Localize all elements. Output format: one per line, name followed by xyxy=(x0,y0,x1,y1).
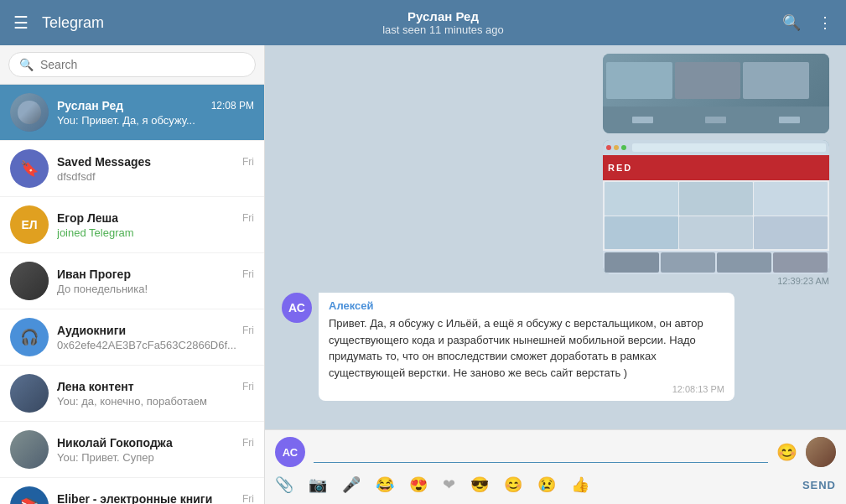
input-area: АС 😊 📎 📷 🎤 😂 😍 ❤ 😎 😊 😢 👍 xyxy=(265,429,846,504)
chat-name: Иван Прогер xyxy=(57,268,131,281)
app-title: Telegram xyxy=(42,14,104,32)
send-button[interactable]: SEND xyxy=(802,479,836,491)
chat-time: Fri xyxy=(242,156,254,168)
avatar xyxy=(10,93,49,132)
header-chat-info: Руслан Ред last seen 11 minutes ago xyxy=(104,9,782,36)
sender-name: Алексей xyxy=(329,299,724,312)
avatar: ЕЛ xyxy=(10,205,49,244)
message-input[interactable] xyxy=(314,445,768,459)
chat-preview: 0x62efe42AE3B7cFa563C2866D6f... xyxy=(57,339,254,351)
incoming-avatar: АС xyxy=(282,293,312,323)
chat-time: Fri xyxy=(242,212,254,224)
chat-item-nikolay[interactable]: Николай Гокоподжа Fri You: Привет. Супер xyxy=(0,422,264,478)
msg-bubble: Алексей Привет. Да, я обсужу с Ильёй, а … xyxy=(319,293,734,401)
chat-time: Fri xyxy=(242,268,254,280)
chat-time: Fri xyxy=(242,493,254,505)
input-row: АС 😊 xyxy=(275,437,836,467)
chat-info: Eliber - электронные книги Fri -1931-Воз… xyxy=(57,492,254,505)
emoji-cool-icon[interactable]: 😎 xyxy=(470,475,489,494)
camera-icon[interactable]: 📷 xyxy=(309,475,327,494)
msg-text: Привет. Да, я обсужу с Ильёй, а ещё я об… xyxy=(329,315,724,381)
messages: RED xyxy=(265,45,846,429)
chat-item-egor[interactable]: ЕЛ Егор Леша Fri joined Telegram xyxy=(0,197,264,253)
menu-icon[interactable]: ☰ xyxy=(13,13,29,33)
search-icon[interactable]: 🔍 xyxy=(782,13,801,32)
chat-info: Лена контент Fri You: да, конечно, пораб… xyxy=(57,380,254,408)
emoji-laugh-icon[interactable]: 😂 xyxy=(376,475,394,494)
chat-preview: You: да, конечно, поработаем xyxy=(57,395,254,408)
attachment-icon[interactable]: 📎 xyxy=(275,475,293,494)
avatar xyxy=(10,374,49,413)
chat-name: Eliber - электронные книги xyxy=(57,492,212,505)
main-layout: 🔍 Руслан Ред 12:08 PM You: Привет. Да, xyxy=(0,45,846,504)
search-input[interactable] xyxy=(40,58,245,71)
chat-info: Аудиокниги Fri 0x62efe42AE3B7cFa563C2866… xyxy=(57,324,254,351)
msg-time: 12:39:23 AM xyxy=(777,276,829,286)
chat-preview: До понедельника! xyxy=(57,283,254,295)
chat-item-audio[interactable]: 🎧 Аудиокниги Fri 0x62efe42AE3B7cFa563C28… xyxy=(0,309,264,366)
emoji-heart-icon[interactable]: ❤ xyxy=(443,475,455,494)
header: ☰ Telegram Руслан Ред last seen 11 minut… xyxy=(0,0,846,45)
chat-item-eliber[interactable]: 📚 Eliber - электронные книги Fri -1931-В… xyxy=(0,478,264,504)
header-actions: 🔍 ⋮ xyxy=(782,13,833,32)
search-bar: 🔍 xyxy=(0,45,264,85)
chat-preview: joined Telegram xyxy=(57,226,254,239)
chat-name: Руслан Ред xyxy=(57,99,123,112)
chat-info: Егор Леша Fri joined Telegram xyxy=(57,211,254,239)
chat-info: Николай Гокоподжа Fri You: Привет. Супер xyxy=(57,436,254,464)
user-avatar-right xyxy=(806,437,836,467)
chat-time: Fri xyxy=(242,381,254,392)
chat-time: Fri xyxy=(242,325,254,336)
header-chat-name: Руслан Ред xyxy=(104,9,782,23)
msg-image-2: RED xyxy=(603,140,829,286)
msg-time: 12:08:13 PM xyxy=(329,384,724,394)
emoji-thumbs-icon[interactable]: 👍 xyxy=(571,475,589,494)
chat-info: Руслан Ред 12:08 PM You: Привет. Да, я о… xyxy=(57,99,254,127)
chat-info: Иван Прогер Fri До понедельника! xyxy=(57,268,254,295)
text-input-wrap xyxy=(314,442,768,463)
chat-name: Николай Гокоподжа xyxy=(57,436,173,449)
emoji-smile-icon[interactable]: 😊 xyxy=(504,475,522,494)
avatar: 🎧 xyxy=(10,318,49,356)
chat-item-ruslan[interactable]: Руслан Ред 12:08 PM You: Привет. Да, я о… xyxy=(0,85,264,141)
chat-time: 12:08 PM xyxy=(211,100,254,112)
chat-info: Saved Messages Fri dfsdfsdf xyxy=(57,155,254,183)
input-avatar: АС xyxy=(275,437,305,467)
emoji-kiss-icon[interactable]: 😍 xyxy=(409,475,428,494)
avatar: 📚 xyxy=(10,486,49,504)
chat-preview: dfsdfsdf xyxy=(57,170,254,183)
chat-name: Лена контент xyxy=(57,380,134,393)
chat-name: Егор Леша xyxy=(57,211,118,225)
chat-name: Аудиокниги xyxy=(57,324,126,337)
chat-preview: You: Привет. Супер xyxy=(57,451,254,464)
toolbar-row: 📎 📷 🎤 😂 😍 ❤ 😎 😊 😢 👍 SEND xyxy=(275,472,836,497)
sidebar: 🔍 Руслан Ред 12:08 PM You: Привет. Да, xyxy=(0,45,265,504)
header-chat-status: last seen 11 minutes ago xyxy=(104,23,782,36)
chat-item-saved[interactable]: 🔖 Saved Messages Fri dfsdfsdf xyxy=(0,141,264,197)
avatar: 🔖 xyxy=(10,149,49,188)
emoji-sad-icon[interactable]: 😢 xyxy=(537,475,556,494)
chat-item-lena[interactable]: Лена контент Fri You: да, конечно, пораб… xyxy=(0,366,264,422)
msg-incoming: АС Алексей Привет. Да, я обсужу с Ильёй,… xyxy=(282,293,734,401)
chat-time: Fri xyxy=(242,437,254,449)
search-icon: 🔍 xyxy=(19,58,34,71)
chat-list: Руслан Ред 12:08 PM You: Привет. Да, я о… xyxy=(0,85,264,504)
avatar xyxy=(10,262,49,300)
chat-area: RED xyxy=(265,45,846,504)
chat-name: Saved Messages xyxy=(57,155,151,169)
emoji-button[interactable]: 😊 xyxy=(776,442,797,462)
search-input-wrap[interactable]: 🔍 xyxy=(8,52,256,77)
more-icon[interactable]: ⋮ xyxy=(817,13,833,32)
msg-image-1 xyxy=(603,54,829,133)
chat-item-ivan[interactable]: Иван Прогер Fri До понедельника! xyxy=(0,253,264,309)
avatar xyxy=(10,430,49,469)
chat-preview: You: Привет. Да, я обсужу... xyxy=(57,114,254,127)
mic-icon[interactable]: 🎤 xyxy=(342,475,361,494)
